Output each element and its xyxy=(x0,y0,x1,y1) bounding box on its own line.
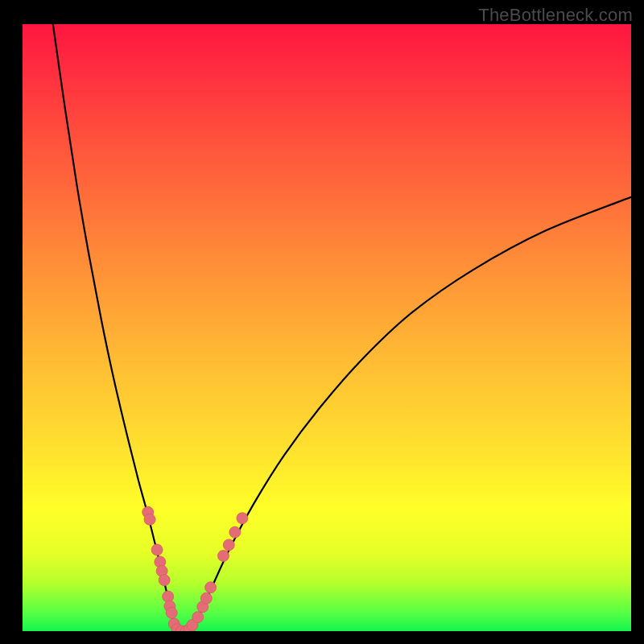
curve-right xyxy=(191,197,631,631)
data-marker xyxy=(192,612,204,623)
data-marker xyxy=(151,544,163,555)
data-marker xyxy=(237,513,248,524)
plot-area xyxy=(23,24,631,631)
data-marker xyxy=(163,591,174,602)
curve-left xyxy=(53,24,176,631)
data-marker xyxy=(166,607,177,618)
data-marker xyxy=(159,575,170,586)
curve-layer xyxy=(23,24,631,631)
data-marker xyxy=(205,582,217,593)
data-marker xyxy=(223,539,234,551)
watermark-text: TheBottleneck.com xyxy=(478,5,633,26)
data-marker xyxy=(229,526,241,538)
data-markers xyxy=(142,506,248,631)
data-marker xyxy=(217,551,229,562)
chart-container: TheBottleneck.com xyxy=(0,0,644,644)
data-marker xyxy=(144,514,155,525)
data-marker xyxy=(200,592,212,604)
